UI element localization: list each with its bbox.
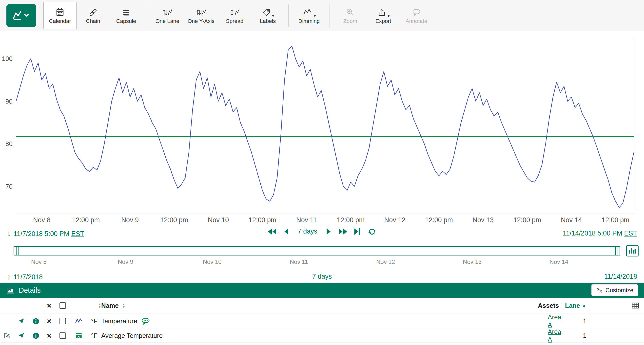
arrow-up-icon: ↑: [7, 273, 10, 281]
pin-signal-button[interactable]: [14, 314, 29, 329]
unit-label: °F: [91, 332, 98, 340]
signal-icon: [75, 318, 82, 324]
col-edit: [0, 298, 14, 313]
button-label: Labels: [260, 18, 276, 24]
button-label: Spread: [226, 18, 244, 24]
lane-column-header[interactable]: Lane▲: [565, 298, 604, 313]
one-lane-icon: [162, 8, 173, 17]
comment-icon: [142, 318, 150, 325]
add-column-button[interactable]: [627, 298, 644, 313]
view-selector-button[interactable]: [6, 4, 36, 27]
signal-type-icon: [70, 314, 88, 329]
asset-link[interactable]: Area A: [548, 314, 565, 329]
x-tick-label: Nov 9: [122, 216, 139, 224]
display-range-bar: ↓ 11/7/2018 5:00 PM EST 7 days: [0, 224, 644, 244]
spread-button[interactable]: Spread: [218, 2, 251, 29]
x-tick-label: Nov 12: [384, 216, 406, 224]
send-icon: [18, 318, 25, 324]
toolbar-divider: [146, 4, 147, 27]
go-to-now-button[interactable]: [354, 228, 361, 235]
end-timezone: EST: [624, 230, 637, 237]
button-label: Chain: [86, 18, 100, 24]
trend-view-icon: [12, 9, 31, 22]
spread-icon: [229, 8, 240, 17]
item-info-button[interactable]: [29, 314, 43, 329]
button-label: One Lane: [156, 18, 180, 24]
skip-to-end-icon: [354, 228, 361, 235]
step-forward-half-button[interactable]: [326, 228, 331, 235]
investigate-duration[interactable]: 7 days: [312, 273, 332, 280]
scrubber-right-handle[interactable]: [615, 246, 620, 256]
investigate-range-bar: ↑ 11/7/2018 7 days 11/14/2018: [0, 271, 644, 283]
dimming-button[interactable]: ▾ Dimming: [292, 2, 326, 29]
details-row-average-temperature: × °F Average Temperature Area A 1: [0, 328, 644, 343]
one-y-axis-button[interactable]: One Y-Axis: [184, 2, 218, 29]
scorecard-icon: [75, 332, 82, 339]
zoom-button: Zoom: [334, 2, 367, 29]
chain-mode-button[interactable]: Chain: [76, 2, 110, 29]
investigate-end-date[interactable]: 11/14/2018: [604, 273, 637, 280]
select-item-checkbox[interactable]: [60, 318, 66, 324]
step-back-full-button[interactable]: [268, 228, 276, 235]
sort-asc-icon: ▲: [582, 303, 586, 308]
export-button[interactable]: ▾ Export: [367, 2, 400, 29]
customize-button[interactable]: Customize: [592, 284, 638, 296]
button-label: Calendar: [49, 18, 71, 24]
remove-item-button[interactable]: ×: [47, 332, 52, 340]
scrubber-left-handle[interactable]: [14, 246, 18, 256]
one-lane-button[interactable]: One Lane: [151, 2, 184, 29]
start-datetime: 11/7/2018 5:00 PM: [14, 230, 69, 238]
button-label: Dimming: [298, 18, 320, 24]
x-tick-label: 12:00 pm: [248, 216, 276, 224]
seeq-trend-view: Calendar Chain Capsule One Lane: [0, 0, 644, 345]
item-info-button[interactable]: [29, 328, 43, 343]
gears-icon: [596, 287, 603, 293]
step-back-half-button[interactable]: [284, 228, 289, 235]
remove-all-button[interactable]: ×: [47, 302, 52, 310]
trend-chart-svg[interactable]: 708090100Nov 812:00 pmNov 912:00 pmNov 1…: [0, 32, 644, 224]
details-table-header: × ▲▼ Name ▲▼ Assets Lane▲: [0, 298, 644, 314]
arrow-down-icon: ↓: [7, 230, 10, 238]
col-info: [29, 298, 43, 313]
edit-item-button[interactable]: [0, 328, 14, 343]
sort-type-button[interactable]: ▲▼: [98, 303, 101, 308]
investigate-range-start[interactable]: ↑ 11/7/2018: [7, 273, 43, 281]
select-item-checkbox[interactable]: [60, 333, 66, 339]
capsule-mode-button[interactable]: Capsule: [110, 2, 143, 29]
button-label: One Y-Axis: [188, 18, 214, 24]
labels-button[interactable]: ▾ Labels: [251, 2, 284, 29]
table-grid-icon: [632, 302, 639, 309]
metric-type-icon: [70, 328, 88, 343]
x-tick-label: 12:00 pm: [514, 216, 541, 224]
auto-update-button[interactable]: [368, 228, 376, 235]
scrubber-bar[interactable]: [14, 246, 620, 256]
y-tick-label: 70: [6, 183, 12, 190]
display-range-start[interactable]: ↓ 11/7/2018 5:00 PM EST: [7, 230, 84, 238]
sort-name-button[interactable]: ▲▼: [122, 303, 126, 308]
display-range-end[interactable]: 11/14/2018 5:00 PM EST: [563, 230, 637, 237]
comment-button[interactable]: [142, 318, 150, 325]
duration-label[interactable]: 7 days: [298, 228, 318, 235]
details-title: Details: [19, 286, 41, 295]
send-icon: [18, 333, 25, 339]
x-tick-label: 12:00 pm: [425, 216, 453, 224]
step-forward-full-button[interactable]: [338, 228, 347, 235]
calendar-mode-button[interactable]: Calendar: [44, 2, 76, 29]
toolbar-divider: [330, 4, 330, 27]
button-label: Annotate: [406, 18, 427, 24]
histogram-toggle-button[interactable]: [626, 245, 638, 257]
trend-chart-area[interactable]: 708090100Nov 812:00 pmNov 912:00 pmNov 1…: [0, 32, 644, 224]
remove-item-button[interactable]: ×: [47, 317, 52, 325]
customize-label: Customize: [606, 287, 634, 294]
dimming-icon: [302, 8, 313, 17]
annotate-button: Annotate: [400, 2, 433, 29]
temperature-series[interactable]: [16, 46, 634, 208]
asset-link[interactable]: Area A: [548, 328, 565, 343]
button-label: Capsule: [116, 18, 136, 24]
pin-signal-button[interactable]: [14, 328, 29, 343]
select-all-checkbox[interactable]: [60, 302, 66, 309]
area-chart-icon: [6, 287, 14, 294]
lane-value: 1: [583, 317, 586, 325]
unit-label: °F: [91, 317, 98, 325]
scrubber-tick-label: Nov 14: [550, 259, 568, 265]
